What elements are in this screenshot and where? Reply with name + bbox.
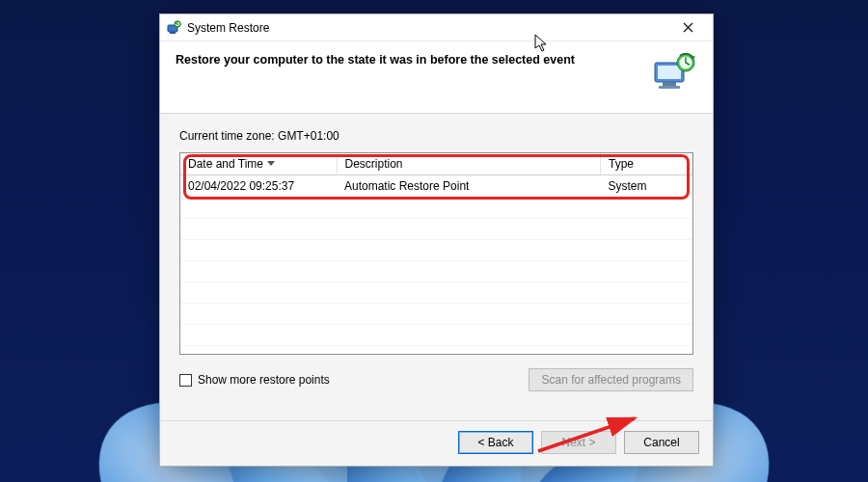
cell-description: Automatic Restore Point	[337, 175, 601, 198]
back-button[interactable]: < Back	[458, 431, 533, 454]
window-title: System Restore	[187, 21, 269, 35]
column-header-type[interactable]: Type	[601, 153, 692, 175]
system-restore-window: System Restore Restore your computer to …	[159, 13, 714, 467]
show-more-checkbox[interactable]: Show more restore points	[179, 373, 330, 387]
cancel-button[interactable]: Cancel	[624, 431, 699, 454]
wizard-body: Current time zone: GMT+01:00 Date and Ti…	[160, 114, 713, 420]
wizard-footer: < Back Next > Cancel	[160, 420, 713, 466]
checkbox-icon	[179, 374, 192, 387]
close-button[interactable]	[668, 17, 707, 39]
show-more-label: Show more restore points	[198, 373, 330, 387]
svg-rect-4	[658, 66, 681, 79]
svg-rect-6	[659, 86, 680, 89]
cell-type: System	[601, 175, 692, 198]
restore-hero-icon	[651, 53, 697, 94]
next-button: Next >	[541, 431, 616, 454]
system-restore-icon	[166, 20, 181, 36]
cell-date: 02/04/2022 09:25:37	[180, 175, 337, 198]
titlebar[interactable]: System Restore	[160, 14, 713, 41]
svg-rect-1	[170, 32, 176, 34]
close-icon	[683, 20, 693, 36]
wizard-header: Restore your computer to the state it wa…	[160, 41, 713, 114]
wizard-heading: Restore your computer to the state it wa…	[176, 53, 639, 67]
scan-affected-programs-button: Scan for affected programs	[529, 368, 693, 391]
table-row[interactable]: 02/04/2022 09:25:37 Automatic Restore Po…	[180, 175, 692, 198]
timezone-label: Current time zone: GMT+01:00	[179, 129, 693, 143]
restore-points-table[interactable]: Date and Time Description Type 02/04/202…	[179, 152, 693, 355]
column-header-date[interactable]: Date and Time	[180, 153, 337, 175]
svg-rect-5	[663, 82, 676, 86]
column-header-description[interactable]: Description	[337, 153, 601, 175]
